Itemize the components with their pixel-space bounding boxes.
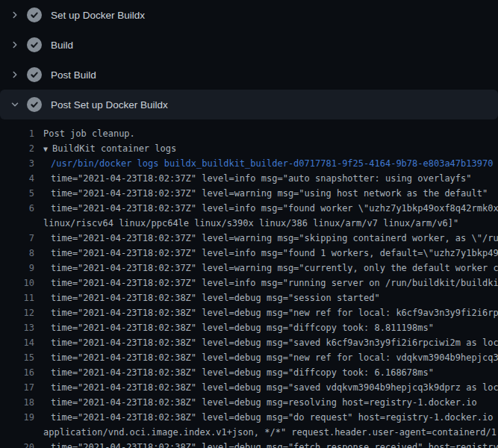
log-line: 4 time="2021-04-23T18:02:37Z" level=info… — [0, 171, 498, 186]
log-line: 2 ▼BuildKit container logs — [0, 141, 498, 156]
line-number[interactable]: 20 — [0, 440, 34, 448]
line-number[interactable]: 17 — [0, 380, 34, 395]
step-row[interactable]: Post Set up Docker Buildx — [0, 90, 498, 119]
log-line-text: time="2021-04-23T18:02:38Z" level=debug … — [51, 410, 498, 425]
log-line: 14 time="2021-04-23T18:02:38Z" level=deb… — [0, 335, 498, 350]
step-row[interactable]: Build — [0, 30, 498, 60]
log-line-text: time="2021-04-23T18:02:38Z" level=debug … — [51, 440, 498, 448]
line-number[interactable]: 16 — [0, 365, 34, 380]
line-number[interactable]: 8 — [0, 246, 34, 261]
line-number[interactable]: 6 — [0, 201, 34, 216]
line-number[interactable]: 4 — [0, 171, 34, 186]
log-line-text: time="2021-04-23T18:02:37Z" level=info m… — [51, 246, 498, 261]
step-row[interactable]: Set up Docker Buildx — [0, 0, 498, 30]
log-line: 6 time="2021-04-23T18:02:37Z" level=info… — [0, 201, 498, 216]
log-line-text: time="2021-04-23T18:02:38Z" level=debug … — [51, 320, 434, 335]
log-line: 18 time="2021-04-23T18:02:38Z" level=deb… — [0, 395, 498, 410]
check-circle-icon — [27, 37, 42, 52]
line-number[interactable]: 15 — [0, 350, 34, 365]
log-line: 3 /usr/bin/docker logs buildx_buildkit_b… — [0, 156, 498, 171]
chevron-down-icon — [9, 99, 21, 111]
log-line: 8 time="2021-04-23T18:02:37Z" level=info… — [0, 246, 498, 261]
chevron-right-icon — [9, 9, 21, 21]
chevron-right-icon — [9, 39, 21, 51]
log-line-text: time="2021-04-23T18:02:38Z" level=debug … — [51, 335, 498, 350]
line-number[interactable]: 7 — [0, 231, 34, 246]
steps-list: Set up Docker Buildx Build P — [0, 0, 498, 119]
log-line: linux/riscv64 linux/ppc64le linux/s390x … — [0, 216, 498, 231]
log-line-text: time="2021-04-23T18:02:37Z" level=warnin… — [51, 231, 498, 246]
log-line-text: time="2021-04-23T18:02:38Z" level=debug … — [51, 380, 498, 395]
line-number[interactable]: 3 — [0, 156, 34, 171]
line-number[interactable]: 19 — [0, 410, 34, 425]
log-line: 17 time="2021-04-23T18:02:38Z" level=deb… — [0, 380, 498, 395]
log-line-text: linux/riscv64 linux/ppc64le linux/s390x … — [43, 216, 458, 231]
line-number[interactable]: 2 — [0, 141, 34, 156]
log-line: 7 time="2021-04-23T18:02:37Z" level=warn… — [0, 231, 498, 246]
log-line-text: application/vnd.oci.image.index.v1+json,… — [43, 425, 498, 440]
log-line-text: ▼BuildKit container logs — [43, 141, 176, 157]
log-line-text: time="2021-04-23T18:02:38Z" level=debug … — [51, 350, 498, 365]
log-line: 19 time="2021-04-23T18:02:38Z" level=deb… — [0, 410, 498, 425]
step-title: Build — [51, 40, 73, 51]
log-line-text: time="2021-04-23T18:02:37Z" level=info m… — [51, 171, 472, 186]
log-line-text: Post job cleanup. — [43, 126, 135, 141]
chevron-right-icon — [9, 69, 21, 81]
log-line-text: time="2021-04-23T18:02:37Z" level=warnin… — [51, 186, 488, 201]
check-circle-icon — [27, 67, 42, 82]
log-line: application/vnd.oci.image.index.v1+json,… — [0, 425, 498, 440]
log-line: 5 time="2021-04-23T18:02:37Z" level=warn… — [0, 186, 498, 201]
line-number[interactable]: 9 — [0, 261, 34, 276]
line-number[interactable]: 12 — [0, 305, 34, 320]
log-area: 1 Post job cleanup. 2 ▼BuildKit containe… — [0, 119, 498, 448]
line-number[interactable]: 14 — [0, 335, 34, 350]
step-title: Post Build — [51, 69, 96, 81]
log-line-text: time="2021-04-23T18:02:37Z" level=warnin… — [51, 261, 498, 276]
log-line-text: time="2021-04-23T18:02:38Z" level=debug … — [51, 290, 380, 305]
step-row[interactable]: Post Build — [0, 60, 498, 90]
step-title: Post Set up Docker Buildx — [51, 99, 168, 111]
log-line-text: /usr/bin/docker logs buildx_buildkit_bui… — [51, 156, 493, 171]
log-line: 9 time="2021-04-23T18:02:37Z" level=warn… — [0, 261, 498, 276]
line-number[interactable]: 1 — [0, 126, 34, 141]
log-line: 16 time="2021-04-23T18:02:38Z" level=deb… — [0, 365, 498, 380]
group-collapse-toggle-icon[interactable]: ▼ — [43, 145, 48, 153]
step-title: Set up Docker Buildx — [51, 10, 145, 21]
log-line: 11 time="2021-04-23T18:02:38Z" level=deb… — [0, 290, 498, 305]
line-number[interactable]: 5 — [0, 186, 34, 201]
log-line: 1 Post job cleanup. — [0, 126, 498, 141]
log-line-text: time="2021-04-23T18:02:37Z" level=info m… — [51, 201, 498, 216]
log-line: 13 time="2021-04-23T18:02:38Z" level=deb… — [0, 320, 498, 335]
log-line-text: time="2021-04-23T18:02:38Z" level=debug … — [51, 365, 434, 380]
check-circle-icon — [27, 7, 42, 22]
log-line: 20 time="2021-04-23T18:02:38Z" level=deb… — [0, 440, 498, 448]
log-line: 10 time="2021-04-23T18:02:37Z" level=inf… — [0, 276, 498, 290]
log-line: 15 time="2021-04-23T18:02:38Z" level=deb… — [0, 350, 498, 365]
log-line: 12 time="2021-04-23T18:02:38Z" level=deb… — [0, 305, 498, 320]
log-line-text: time="2021-04-23T18:02:38Z" level=debug … — [51, 395, 477, 410]
log-line-text: time="2021-04-23T18:02:37Z" level=info m… — [51, 276, 498, 290]
log-line-text: time="2021-04-23T18:02:38Z" level=debug … — [51, 305, 498, 320]
line-number[interactable]: 11 — [0, 290, 34, 305]
line-number[interactable]: 13 — [0, 320, 34, 335]
line-number[interactable]: 18 — [0, 395, 34, 410]
check-circle-icon — [27, 97, 42, 112]
line-number[interactable]: 10 — [0, 276, 34, 290]
